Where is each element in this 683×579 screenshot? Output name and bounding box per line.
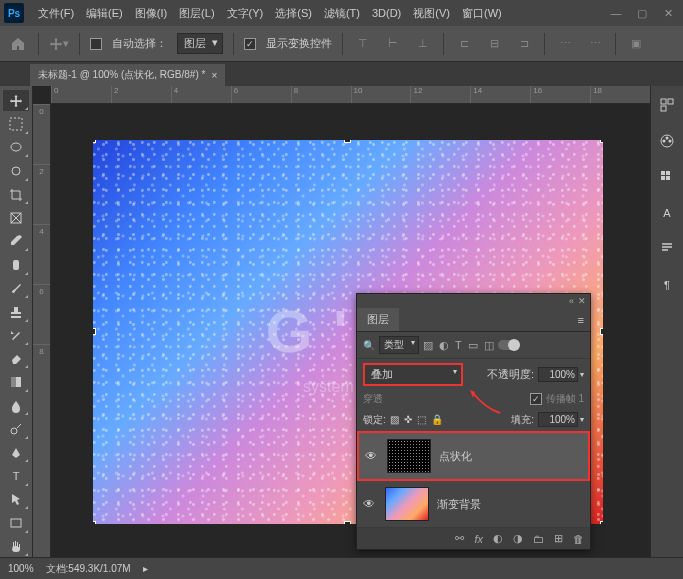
filter-type-icon[interactable]: T (455, 339, 462, 352)
layers-panel[interactable]: « ✕ 图层 ≡ 🔍 类型 ▨ ◐ T ▭ ◫ 叠加 (356, 293, 591, 550)
panel-collapse-icon[interactable]: « (569, 296, 574, 306)
filter-search-icon[interactable]: 🔍 (363, 340, 375, 351)
filter-type-select[interactable]: 类型 (379, 336, 419, 354)
distribute-icon[interactable]: ⋯ (555, 34, 575, 54)
menu-edit[interactable]: 编辑(E) (80, 6, 129, 21)
layer-name[interactable]: 渐变背景 (437, 497, 584, 512)
heal-tool[interactable] (3, 254, 29, 275)
show-transform-checkbox[interactable] (244, 38, 256, 50)
lock-all-icon[interactable]: 🔒 (431, 414, 443, 425)
doc-info-menu-icon[interactable]: ▸ (143, 563, 148, 574)
align-v-centers-icon[interactable]: ⊢ (383, 34, 403, 54)
menu-window[interactable]: 窗口(W) (456, 6, 508, 21)
rectangle-tool[interactable] (3, 512, 29, 533)
3d-mode-icon[interactable]: ▣ (626, 34, 646, 54)
lock-pixels-icon[interactable]: ▨ (390, 414, 399, 425)
path-select-tool[interactable] (3, 489, 29, 510)
menu-layer[interactable]: 图层(L) (173, 6, 220, 21)
propagate-checkbox[interactable] (530, 393, 542, 405)
lasso-tool[interactable] (3, 137, 29, 158)
brush-tool[interactable] (3, 278, 29, 299)
transform-handle[interactable] (93, 521, 96, 524)
move-tool-icon[interactable]: ▾ (49, 34, 69, 54)
quick-select-tool[interactable] (3, 160, 29, 181)
mask-icon[interactable]: ◐ (493, 532, 503, 545)
type-tool[interactable]: T (3, 465, 29, 486)
fill-input[interactable]: 100% (538, 412, 578, 427)
paragraph-panel-icon[interactable] (656, 238, 678, 260)
eraser-tool[interactable] (3, 348, 29, 369)
link-layers-icon[interactable]: ⚯ (455, 532, 464, 545)
tab-close-icon[interactable]: × (211, 70, 217, 81)
group-icon[interactable]: 🗀 (533, 533, 544, 545)
layer-thumbnail[interactable] (387, 439, 431, 473)
filter-pixel-icon[interactable]: ▨ (423, 339, 433, 352)
swatches-panel-icon[interactable] (656, 166, 678, 188)
filter-smart-icon[interactable]: ◫ (484, 339, 494, 352)
visibility-icon[interactable]: 👁 (363, 497, 377, 511)
adjustment-icon[interactable]: ◑ (513, 532, 523, 545)
blur-tool[interactable] (3, 395, 29, 416)
layer-item-active[interactable]: 👁 点状化 (357, 431, 590, 481)
minimize-button[interactable]: — (605, 5, 627, 21)
transform-handle[interactable] (93, 328, 96, 335)
history-panel-icon[interactable] (656, 94, 678, 116)
dodge-tool[interactable] (3, 418, 29, 439)
close-button[interactable]: ✕ (657, 5, 679, 21)
filter-shape-icon[interactable]: ▭ (468, 339, 478, 352)
home-icon[interactable] (8, 34, 28, 54)
transform-handle[interactable] (344, 140, 351, 143)
align-bottom-edges-icon[interactable]: ⊥ (413, 34, 433, 54)
move-tool[interactable] (3, 90, 29, 111)
transform-handle[interactable] (600, 328, 603, 335)
paragraph-style-icon[interactable]: ¶ (656, 274, 678, 296)
history-brush-tool[interactable] (3, 325, 29, 346)
character-panel-icon[interactable]: A (656, 202, 678, 224)
fx-icon[interactable]: fx (474, 533, 483, 545)
layer-name[interactable]: 点状化 (439, 449, 582, 464)
transform-handle[interactable] (93, 140, 96, 143)
frame-tool[interactable] (3, 207, 29, 228)
transform-handle[interactable] (600, 140, 603, 143)
opacity-input[interactable]: 100% (538, 367, 578, 382)
lock-artboard-icon[interactable]: ⬚ (417, 414, 426, 425)
transform-handle[interactable] (344, 521, 351, 524)
panel-close-icon[interactable]: ✕ (578, 296, 586, 306)
blend-mode-select[interactable]: 叠加 (363, 363, 463, 386)
menu-3d[interactable]: 3D(D) (366, 7, 407, 19)
lock-position-icon[interactable]: ✜ (404, 414, 412, 425)
pen-tool[interactable] (3, 442, 29, 463)
auto-select-checkbox[interactable] (90, 38, 102, 50)
visibility-icon[interactable]: 👁 (365, 449, 379, 463)
stamp-tool[interactable] (3, 301, 29, 322)
document-tab[interactable]: 未标题-1 @ 100% (点状化, RGB/8#) * × (30, 64, 225, 86)
transform-handle[interactable] (600, 521, 603, 524)
zoom-level[interactable]: 100% (8, 563, 34, 574)
menu-filter[interactable]: 滤镜(T) (318, 6, 366, 21)
align-right-edges-icon[interactable]: ⊐ (514, 34, 534, 54)
delete-layer-icon[interactable]: 🗑 (573, 533, 584, 545)
eyedropper-tool[interactable] (3, 231, 29, 252)
menu-text[interactable]: 文字(Y) (221, 6, 270, 21)
gradient-tool[interactable] (3, 371, 29, 392)
crop-tool[interactable] (3, 184, 29, 205)
filter-adjust-icon[interactable]: ◐ (439, 339, 449, 352)
menu-view[interactable]: 视图(V) (407, 6, 456, 21)
menu-select[interactable]: 选择(S) (269, 6, 318, 21)
color-panel-icon[interactable] (656, 130, 678, 152)
new-layer-icon[interactable]: ⊞ (554, 532, 563, 545)
align-top-edges-icon[interactable]: ⊤ (353, 34, 373, 54)
hand-tool[interactable] (3, 536, 29, 557)
maximize-button[interactable]: ▢ (631, 5, 653, 21)
menu-image[interactable]: 图像(I) (129, 6, 173, 21)
layer-item[interactable]: 👁 渐变背景 (357, 481, 590, 528)
more-align-icon[interactable]: ⋯ (585, 34, 605, 54)
menu-file[interactable]: 文件(F) (32, 6, 80, 21)
panel-menu-icon[interactable]: ≡ (572, 314, 590, 326)
layer-thumbnail[interactable] (385, 487, 429, 521)
marquee-tool[interactable] (3, 113, 29, 134)
canvas-area[interactable]: 024681012141618 02468 G ' 网 system .com … (33, 86, 650, 557)
align-left-edges-icon[interactable]: ⊏ (454, 34, 474, 54)
align-h-centers-icon[interactable]: ⊟ (484, 34, 504, 54)
filter-toggle[interactable] (498, 340, 520, 350)
